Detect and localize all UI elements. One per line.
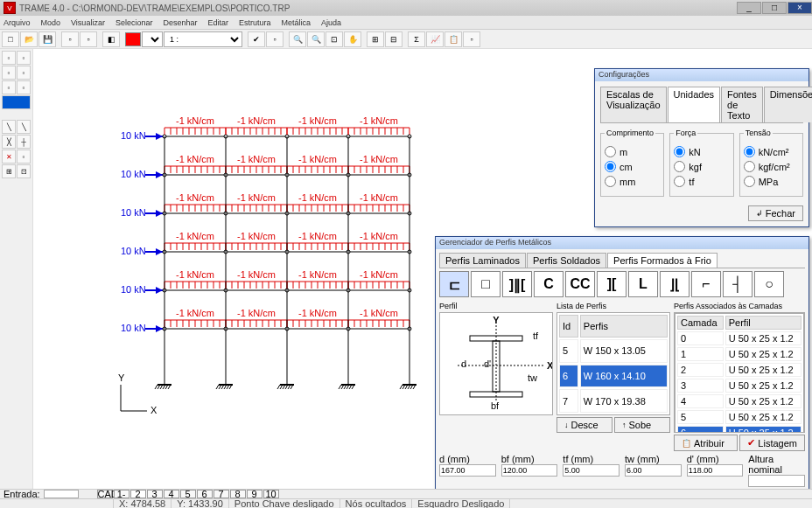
layer-row[interactable]: 2U 50 x 25 x 1.2 (677, 363, 802, 377)
layer-row[interactable]: 0U 50 x 25 x 1.2 (677, 331, 802, 345)
entry-tab[interactable]: 4 (164, 490, 179, 498)
vtool-10-icon[interactable]: ┼ (17, 135, 31, 149)
radio-tf[interactable] (674, 176, 685, 187)
menu-ajuda[interactable]: Ajuda (321, 18, 341, 27)
vtool-4-icon[interactable]: ▫ (17, 66, 31, 80)
shape-circle-icon[interactable]: ○ (754, 271, 784, 297)
dim-input[interactable] (439, 464, 496, 477)
minimize-button[interactable]: _ (737, 2, 761, 14)
new-icon[interactable]: □ (2, 31, 19, 47)
entry-tab[interactable]: 1-PP (114, 490, 130, 498)
vtool-14-icon[interactable]: ⊡ (17, 164, 31, 178)
tool-c-icon[interactable]: ◧ (102, 31, 120, 47)
config-close-button[interactable]: ↲ Fechar (748, 205, 803, 221)
vtool-7-icon[interactable]: ╲ (2, 120, 16, 134)
entry-tab[interactable]: 6 (197, 490, 213, 498)
check-icon[interactable]: ✔ (248, 31, 265, 47)
vtool-9-icon[interactable]: ╳ (2, 135, 16, 149)
tab-laminados[interactable]: Perfis Laminados (439, 253, 526, 268)
profile-row[interactable]: 5W 150 x 13.05 (559, 339, 668, 363)
tab-soldados[interactable]: Perfis Soldados (527, 253, 606, 268)
entry-tab[interactable]: 5 (180, 490, 196, 498)
profile-row[interactable]: 7W 170 x 19.38 (559, 389, 668, 413)
dim-input[interactable] (501, 464, 558, 477)
menu-estrutura[interactable]: Estrutura (239, 18, 271, 27)
layer-row[interactable]: 3U 50 x 25 x 1.2 (677, 379, 802, 393)
sobe-button[interactable]: ↑ Sobe (614, 417, 670, 433)
menu-visualizar[interactable]: Visualizar (71, 18, 105, 27)
zoom-fit-icon[interactable]: ⊡ (326, 31, 343, 47)
atribuir-button[interactable]: 📋 Atribuir (674, 435, 738, 451)
vtool-8-icon[interactable]: ╲ (17, 120, 31, 134)
layer-row[interactable]: 4U 50 x 25 x 1.2 (677, 394, 802, 408)
layer-combo-2[interactable]: 1 : (164, 31, 242, 47)
layer-list-table[interactable]: CamadaPerfil 0U 50 x 25 x 1.21U 50 x 25 … (675, 313, 804, 433)
layer-row[interactable]: 6U 50 x 25 x 1.2 (677, 426, 802, 433)
tool-d-icon[interactable]: ▫ (266, 31, 284, 47)
dim-input[interactable] (748, 475, 805, 487)
color-swatch[interactable] (125, 32, 141, 46)
radio-mm[interactable] (605, 176, 616, 187)
entry-tab[interactable]: 2 (130, 490, 146, 498)
tab-escalas[interactable]: Escalas de Visualização (600, 87, 667, 122)
entry-tab[interactable]: 10 (263, 490, 279, 498)
tool-a-icon[interactable]: ▫ (61, 31, 79, 47)
vtool-13-icon[interactable]: ⊞ (2, 164, 16, 178)
shape-t-icon[interactable]: ┤ (723, 271, 752, 297)
shape-box-icon[interactable]: □ (471, 271, 500, 297)
vtool-1-icon[interactable]: ▫ (2, 51, 16, 65)
vtool-11-icon[interactable]: ✕ (2, 150, 16, 164)
vtool-6-icon[interactable]: ▫ (17, 80, 31, 94)
layer-combo-1[interactable]: 1 : (142, 31, 163, 47)
radio-kgf[interactable] (674, 161, 685, 172)
radio-mpa[interactable] (744, 176, 755, 187)
layer-row[interactable]: 1U 50 x 25 x 1.2 (677, 347, 802, 361)
misc-2-icon[interactable]: ⊟ (385, 31, 402, 47)
vtool-12-icon[interactable]: ▫ (17, 150, 31, 164)
layer-row[interactable]: 5U 50 x 25 x 1.2 (677, 410, 802, 424)
radio-cm[interactable] (605, 161, 616, 172)
entry-tab[interactable]: CAD (97, 490, 113, 498)
vtool-5-icon[interactable]: ▫ (2, 80, 16, 94)
listagem-button[interactable]: ✔ Listagem (739, 435, 805, 451)
vtool-3-icon[interactable]: ▫ (2, 66, 16, 80)
dim-input[interactable] (625, 464, 682, 477)
tool-b-icon[interactable]: ▫ (80, 31, 97, 47)
pan-icon[interactable]: ✋ (344, 31, 361, 47)
radio-kn[interactable] (674, 146, 685, 157)
menu-desenhar[interactable]: Desenhar (163, 18, 197, 27)
menu-arquivo[interactable]: Arquivo (4, 18, 31, 27)
maximize-button[interactable]: □ (762, 2, 787, 14)
zoom-out-icon[interactable]: 🔍 (307, 31, 325, 47)
entry-input[interactable] (44, 490, 79, 498)
tab-dimensoes[interactable]: Dimensões (764, 87, 812, 122)
report-icon[interactable]: 📋 (444, 31, 462, 47)
shape-2u-icon[interactable]: ]‖[ (502, 271, 532, 297)
vtool-2-icon[interactable]: ▫ (17, 51, 31, 65)
tab-unidades[interactable]: Unidades (668, 87, 720, 122)
entry-tab[interactable]: 3 (147, 490, 163, 498)
entry-tab[interactable]: 7 (214, 490, 229, 498)
menu-metalica[interactable]: Metálica (281, 18, 311, 27)
misc-1-icon[interactable]: ⊞ (367, 31, 384, 47)
entry-tab[interactable]: 8 (230, 490, 246, 498)
open-icon[interactable]: 📂 (20, 31, 38, 47)
entry-tab[interactable]: 9 (247, 490, 262, 498)
shape-c-icon[interactable]: C (534, 271, 564, 297)
menu-editar[interactable]: Editar (207, 18, 228, 27)
shape-z-icon[interactable]: ⌐ (691, 271, 721, 297)
zoom-in-icon[interactable]: 🔍 (289, 31, 306, 47)
shape-2cb-icon[interactable]: ][ (597, 271, 626, 297)
profile-list-table[interactable]: IdPerfis 5W 150 x 13.056W 160 x 14.107W … (556, 312, 670, 415)
tab-formados-frio[interactable]: Perfis Formados à Frio (607, 253, 718, 268)
dim-input[interactable] (687, 464, 744, 477)
radio-kgfcm2[interactable] (744, 161, 755, 172)
profile-row[interactable]: 6W 160 x 14.10 (559, 365, 668, 388)
radio-m[interactable] (605, 146, 616, 157)
tab-fontes[interactable]: Fontes de Texto (721, 87, 763, 122)
radio-kncm2[interactable] (744, 146, 755, 157)
shape-l-icon[interactable]: L (628, 271, 658, 297)
shape-2l-icon[interactable]: ⌋⌊ (660, 271, 690, 297)
menu-selecionar[interactable]: Selecionar (116, 18, 153, 27)
misc-3-icon[interactable]: ▫ (463, 31, 480, 47)
